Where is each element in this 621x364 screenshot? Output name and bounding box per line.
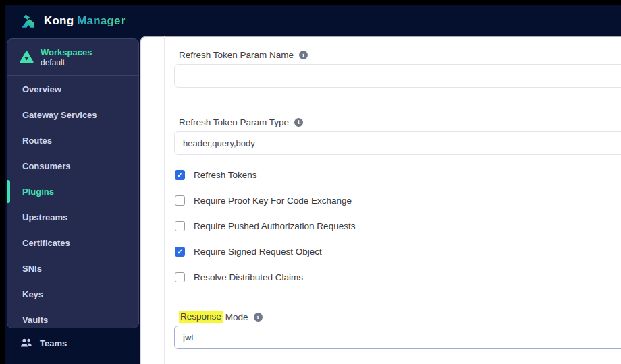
kong-logo-icon xyxy=(19,12,37,30)
brand-secondary: Manager xyxy=(77,14,125,27)
workspaces-label: Workspaces xyxy=(40,47,92,58)
checkbox-resolve-distributed-claims[interactable]: Resolve Distributed Claims xyxy=(179,264,621,290)
sidebar-item-overview[interactable]: Overview xyxy=(7,76,138,102)
field-label-text: Refresh Token Param Name xyxy=(179,50,294,60)
workspace-switcher[interactable]: Workspaces default xyxy=(7,39,138,76)
sidebar-item-label: Vaults xyxy=(22,315,48,325)
plugin-form: Refresh Token Param Name i Refresh Token… xyxy=(179,36,621,349)
content-surface: Refresh Token Param Name i Refresh Token… xyxy=(140,36,621,364)
checkbox-require-signed-request-object[interactable]: ✓ Require Signed Request Object xyxy=(179,239,621,264)
main-content: Refresh Token Param Name i Refresh Token… xyxy=(140,36,621,364)
sidebar-item-certificates[interactable]: Certificates xyxy=(7,230,138,255)
teams-people-icon xyxy=(20,338,32,348)
checkbox-icon: ✓ xyxy=(175,170,185,180)
sidebar-item-label: Plugins xyxy=(22,187,54,197)
sidebar-item-upstreams[interactable]: Upstreams xyxy=(7,204,138,230)
sidebar-item-plugins[interactable]: Plugins xyxy=(7,179,138,204)
sidebar-item-label: SNIs xyxy=(22,264,42,274)
sidebar-item-label: Consumers xyxy=(22,161,71,171)
card-left-edge xyxy=(164,36,165,364)
checkbox-label: Resolve Distributed Claims xyxy=(194,272,303,282)
checkbox-label: Refresh Tokens xyxy=(194,170,257,180)
checkbox-require-proof-key[interactable]: Require Proof Key For Code Exchange xyxy=(179,187,621,213)
checkbox-label: Require Pushed Authorization Requests xyxy=(194,221,355,231)
sidebar-item-label: Routes xyxy=(22,135,52,146)
app-window: KongManager Workspaces default Overview … xyxy=(5,5,621,364)
checkbox-icon xyxy=(175,221,185,231)
sidebar-item-label: Gateway Services xyxy=(22,110,97,120)
sidebar-item-label: Overview xyxy=(22,84,61,94)
checkbox-icon: ✓ xyxy=(175,247,185,257)
checkbox-refresh-tokens[interactable]: ✓ Refresh Tokens xyxy=(179,162,621,187)
refresh-token-param-type-input[interactable] xyxy=(174,131,621,155)
field-label-response-mode: Response Mode i xyxy=(179,311,621,322)
brand-title: KongManager xyxy=(44,14,126,28)
top-header: KongManager xyxy=(5,5,621,36)
sidebar-item-label: Certificates xyxy=(22,238,70,248)
field-label-text: Mode xyxy=(225,312,248,322)
info-icon[interactable]: i xyxy=(299,51,308,59)
sidebar-item-snis[interactable]: SNIs xyxy=(7,255,138,281)
info-icon[interactable]: i xyxy=(254,313,263,322)
sidebar: Workspaces default Overview Gateway Serv… xyxy=(5,36,140,364)
sidebar-panel: Workspaces default Overview Gateway Serv… xyxy=(7,38,139,328)
response-mode-input[interactable] xyxy=(174,326,621,349)
checkbox-label: Require Signed Request Object xyxy=(194,247,322,257)
sidebar-item-label: Upstreams xyxy=(22,212,68,222)
workspace-current: default xyxy=(40,58,92,67)
sidebar-footer: Teams xyxy=(7,333,139,353)
checkbox-require-pushed-authorization[interactable]: Require Pushed Authorization Requests xyxy=(179,213,621,239)
field-label-text: Refresh Token Param Type xyxy=(179,117,289,127)
sidebar-item-label: Keys xyxy=(22,289,43,299)
field-label-refresh-token-param-type: Refresh Token Param Type i xyxy=(179,117,621,127)
checkbox-icon xyxy=(175,272,185,282)
checkbox-label: Require Proof Key For Code Exchange xyxy=(194,195,352,206)
sidebar-item-gateway-services[interactable]: Gateway Services xyxy=(7,102,138,127)
sidebar-item-vaults[interactable]: Vaults xyxy=(7,307,138,328)
checkbox-group: ✓ Refresh Tokens Require Proof Key For C… xyxy=(179,162,621,290)
sidebar-item-keys[interactable]: Keys xyxy=(7,281,138,307)
workspace-icon xyxy=(20,51,34,65)
checkbox-icon xyxy=(175,195,185,206)
sidebar-item-consumers[interactable]: Consumers xyxy=(7,153,138,179)
sidebar-item-teams[interactable]: Teams xyxy=(7,333,139,353)
sidebar-item-routes[interactable]: Routes xyxy=(7,127,138,153)
teams-label: Teams xyxy=(40,338,67,348)
search-highlight: Response xyxy=(179,311,223,323)
info-icon[interactable]: i xyxy=(294,118,303,127)
brand-primary: Kong xyxy=(44,14,74,27)
refresh-token-param-name-input[interactable] xyxy=(174,64,621,88)
field-label-refresh-token-param-name: Refresh Token Param Name i xyxy=(179,49,621,60)
